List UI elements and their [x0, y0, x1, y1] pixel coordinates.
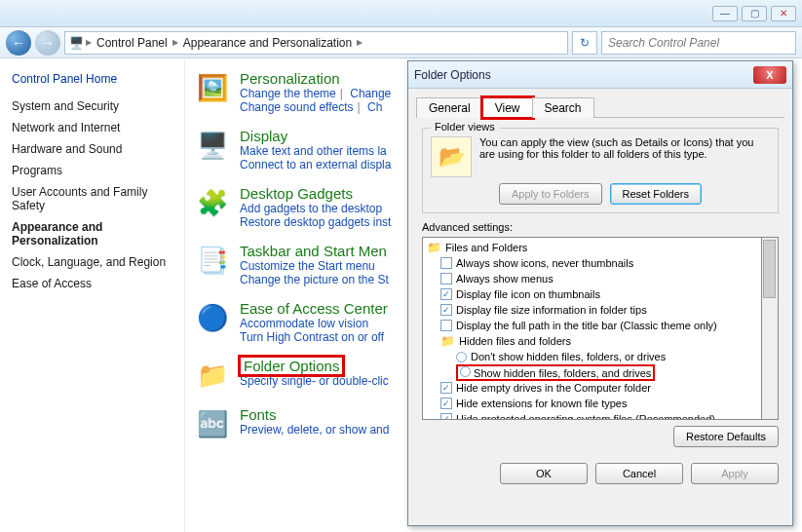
minimize-button[interactable]: — [712, 6, 738, 21]
link-cut[interactable]: Change [350, 87, 391, 100]
link-cut[interactable]: Ch [367, 100, 382, 114]
opt-dont-show-hidden[interactable]: Don't show hidden files, folders, or dri… [471, 351, 666, 362]
apply-to-folders-button[interactable]: Apply to Folders [499, 183, 601, 205]
crumb-appearance[interactable]: Appearance and Personalization [180, 36, 355, 50]
sidebar-item[interactable]: Programs [12, 160, 172, 181]
display-icon: 🖥️ [195, 128, 230, 163]
checkbox[interactable] [440, 257, 452, 269]
taskbar-icon: 📑 [195, 243, 230, 278]
ok-button[interactable]: OK [500, 463, 588, 484]
link-external-display[interactable]: Connect to an external displa [240, 158, 391, 171]
computer-icon: 🖥️ [69, 36, 84, 50]
cancel-button[interactable]: Cancel [595, 463, 683, 484]
nav-toolbar: ← → 🖥️ ▶ Control Panel ▶ Appearance and … [0, 27, 802, 58]
link-add-gadgets[interactable]: Add gadgets to the desktop [240, 202, 382, 215]
opt-full-path[interactable]: Display the full path in the title bar (… [456, 320, 717, 331]
tab-view[interactable]: View [482, 97, 533, 118]
link-change-theme[interactable]: Change the theme [240, 87, 336, 100]
link-low-vision[interactable]: Accommodate low vision [240, 317, 368, 330]
checkbox[interactable] [440, 320, 452, 331]
cat-folder-options[interactable]: Folder Options [240, 357, 343, 375]
folder-icon: 📁 [195, 358, 230, 393]
chevron-right-icon: ▶ [86, 38, 92, 47]
opt-filesize-tips[interactable]: Display file size information in folder … [456, 304, 647, 316]
opt-icon-thumb[interactable]: Display file icon on thumbnails [456, 288, 600, 300]
opt-hide-ext[interactable]: Hide extensions for known file types [456, 398, 627, 409]
opt-hide-empty-drives[interactable]: Hide empty drives in the Computer folder [456, 382, 651, 394]
apply-button[interactable]: Apply [691, 463, 779, 484]
sidebar-item[interactable]: Hardware and Sound [12, 138, 172, 160]
breadcrumb[interactable]: 🖥️ ▶ Control Panel ▶ Appearance and Pers… [64, 31, 568, 55]
opt-always-icons[interactable]: Always show icons, never thumbnails [456, 257, 633, 269]
folder-views-group: Folder views 📂 You can apply the view (s… [422, 128, 779, 213]
chevron-right-icon: ▶ [357, 38, 363, 47]
advanced-tree[interactable]: 📁Files and Folders Always show icons, ne… [422, 237, 762, 420]
personalization-icon: 🖼️ [195, 70, 230, 105]
checkbox[interactable]: ✓ [440, 398, 452, 409]
folder-options-dialog: Folder Options X General View Search Fol… [407, 60, 793, 526]
radio[interactable] [460, 366, 471, 377]
reset-folders-button[interactable]: Reset Folders [610, 183, 702, 205]
folder-icon: 📁 [427, 241, 441, 254]
dialog-close-button[interactable]: X [753, 66, 786, 84]
link-fonts-preview[interactable]: Preview, delete, or show and [240, 423, 389, 437]
dialog-titlebar[interactable]: Folder Options X [408, 61, 792, 89]
maximize-button[interactable]: ▢ [742, 6, 767, 21]
tab-strip: General View Search [416, 96, 784, 118]
folder-views-text: You can apply the view (such as Details … [479, 136, 770, 177]
scrollbar[interactable] [762, 237, 779, 420]
sidebar-item[interactable]: System and Security [12, 95, 172, 117]
tree-root: Files and Folders [445, 242, 527, 253]
ease-icon: 🔵 [195, 300, 230, 335]
link-custom-start[interactable]: Customize the Start menu [240, 259, 375, 273]
sidebar-home-link[interactable]: Control Panel Home [12, 72, 172, 86]
folder-icon: 📁 [440, 334, 455, 348]
sidebar-item[interactable]: Network and Internet [12, 117, 172, 138]
group-label: Folder views [431, 121, 499, 133]
restore-defaults-button[interactable]: Restore Defaults [673, 426, 779, 447]
highlight-annotation: Show hidden files, folders, and drives [456, 364, 655, 381]
checkbox[interactable] [440, 273, 452, 285]
radio[interactable] [456, 352, 467, 362]
search-input[interactable]: Search Control Panel [601, 31, 796, 55]
back-button[interactable]: ← [6, 30, 31, 56]
fonts-icon: 🔤 [195, 406, 230, 441]
opt-hidden-group: Hidden files and folders [459, 335, 571, 347]
opt-hide-protected[interactable]: Hide protected operating system files (R… [456, 413, 715, 420]
refresh-button[interactable]: ↻ [572, 31, 597, 55]
search-placeholder: Search Control Panel [608, 36, 719, 50]
link-restore-gadgets[interactable]: Restore desktop gadgets inst [240, 215, 391, 229]
tab-search[interactable]: Search [532, 97, 594, 118]
dialog-title: Folder Options [414, 68, 491, 82]
advanced-label: Advanced settings: [422, 221, 779, 233]
sidebar-item[interactable]: User Accounts and Family Safety [12, 181, 172, 216]
sidebar-item[interactable]: Ease of Access [12, 273, 172, 294]
opt-show-hidden[interactable]: Show hidden files, folders, and drives [474, 367, 651, 379]
sidebar-item[interactable]: Clock, Language, and Region [12, 251, 172, 273]
scroll-thumb[interactable] [763, 240, 776, 298]
checkbox[interactable]: ✓ [440, 413, 452, 420]
sidebar-item-active[interactable]: Appearance and Personalization [12, 216, 172, 251]
gadgets-icon: 🧩 [195, 185, 230, 220]
link-text-size[interactable]: Make text and other items la [240, 144, 387, 158]
chevron-right-icon: ▶ [172, 38, 178, 47]
window-titlebar: — ▢ ✕ [0, 0, 802, 27]
checkbox[interactable]: ✓ [440, 304, 452, 316]
tab-general[interactable]: General [416, 97, 483, 118]
forward-button[interactable]: → [35, 30, 60, 56]
checkbox[interactable]: ✓ [440, 288, 452, 300]
link-single-double-click[interactable]: Specify single- or double-clic [240, 374, 389, 388]
folder-views-icon: 📂 [431, 136, 472, 177]
sidebar: Control Panel Home System and Security N… [0, 58, 185, 532]
opt-always-menus[interactable]: Always show menus [456, 273, 554, 285]
checkbox[interactable]: ✓ [440, 382, 452, 394]
link-high-contrast[interactable]: Turn High Contrast on or off [240, 330, 384, 344]
link-change-picture[interactable]: Change the picture on the St [240, 273, 389, 286]
link-change-sound[interactable]: Change sound effects [240, 100, 354, 114]
crumb-control-panel[interactable]: Control Panel [94, 36, 171, 50]
close-button[interactable]: ✕ [771, 6, 796, 21]
